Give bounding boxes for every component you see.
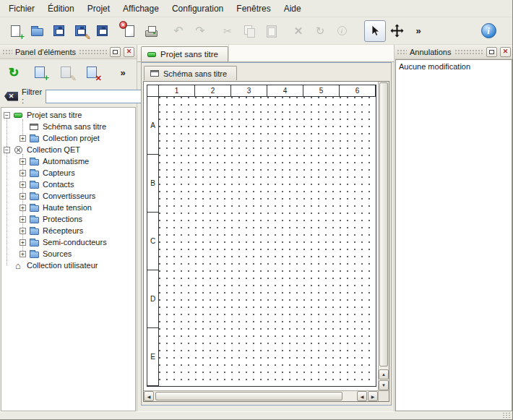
- menu-projet[interactable]: Projet: [81, 1, 116, 17]
- float-dock-button[interactable]: [110, 47, 121, 57]
- scroll-up-button[interactable]: ▲: [379, 369, 389, 380]
- collapse-icon[interactable]: −: [4, 112, 10, 119]
- undo-history-list[interactable]: Aucune modification: [395, 59, 512, 411]
- collapse-icon[interactable]: −: [4, 147, 10, 153]
- tree-item-project[interactable]: − Projet sans titre: [1, 109, 135, 121]
- schema-icon: [28, 121, 40, 132]
- scroll-left-button[interactable]: ◀: [144, 391, 154, 401]
- tree-item-collection-qet[interactable]: − Collection QET: [1, 144, 135, 155]
- tree-item-schema[interactable]: Schéma sans titre: [1, 121, 135, 132]
- close-dock-button[interactable]: ✕: [500, 47, 511, 57]
- menu-fichier[interactable]: Fichier: [2, 1, 41, 17]
- tab-projet-sans-titre[interactable]: Projet sans titre: [141, 46, 228, 61]
- tree-item-recepteurs[interactable]: + Récepteurs: [1, 225, 135, 236]
- expand-icon[interactable]: +: [20, 216, 26, 223]
- save-all-button[interactable]: [91, 20, 113, 42]
- menu-bar: Fichier Édition Projet Affichage Configu…: [0, 0, 512, 17]
- copy-button[interactable]: [238, 20, 260, 42]
- up-arrow-icon: ▲: [381, 372, 386, 377]
- home-icon: ⌂: [12, 260, 24, 270]
- redo-button[interactable]: ↷: [189, 20, 211, 42]
- expand-icon[interactable]: +: [20, 181, 26, 188]
- close-dock-button[interactable]: ✕: [124, 47, 134, 57]
- annulations-titlebar[interactable]: Annulations ✕: [395, 45, 513, 59]
- tree-item-automatisme[interactable]: + Automatisme: [1, 155, 135, 167]
- tree-item-collection-projet[interactable]: + Collection projet: [1, 132, 135, 144]
- expand-icon[interactable]: +: [20, 135, 26, 142]
- scroll-left-button-2[interactable]: ◀: [357, 391, 367, 401]
- scroll-right-button[interactable]: ▶: [368, 391, 378, 401]
- column-header: 5: [303, 85, 340, 97]
- float-dock-button[interactable]: [486, 47, 497, 57]
- menu-fenetres[interactable]: Fenêtres: [230, 1, 277, 17]
- clear-filter-button[interactable]: ✕: [4, 92, 18, 101]
- down-arrow-icon: ▼: [381, 383, 386, 387]
- tab-schema-sans-titre[interactable]: Schéma sans titre: [144, 66, 237, 80]
- pan-mode-button[interactable]: [386, 20, 408, 42]
- row-header: D: [147, 270, 159, 328]
- about-button[interactable]: i: [478, 20, 499, 42]
- tree-item-sources[interactable]: + Sources: [1, 248, 135, 260]
- save-as-button[interactable]: ✎: [69, 20, 91, 42]
- new-project-button[interactable]: +: [4, 20, 26, 42]
- reload-collections-button[interactable]: ↻: [4, 63, 23, 82]
- rotate-button[interactable]: ↻: [309, 20, 331, 42]
- tree-item-capteurs[interactable]: + Capteurs: [1, 167, 135, 179]
- save-button[interactable]: [48, 20, 69, 42]
- panel-toolbar-overflow-button[interactable]: »: [113, 63, 132, 82]
- folder-icon: [28, 168, 40, 178]
- expand-icon[interactable]: +: [20, 193, 26, 200]
- sheet-corner-cell: [147, 85, 159, 97]
- horizontal-scrollbar-thumb[interactable]: [155, 392, 342, 400]
- expand-icon[interactable]: +: [20, 170, 26, 176]
- tab-bar-empty-area: [228, 45, 394, 61]
- cut-button[interactable]: ✂: [217, 20, 238, 42]
- menu-edition[interactable]: Édition: [41, 1, 81, 17]
- delete-element-button[interactable]: ✕: [82, 63, 101, 82]
- print-button[interactable]: [140, 20, 162, 42]
- toolbar-overflow-button[interactable]: »: [408, 20, 429, 42]
- expand-icon[interactable]: +: [20, 228, 26, 234]
- undo-button[interactable]: ↶: [168, 20, 189, 42]
- column-headers: 1 2 3 4 5 6: [159, 85, 376, 97]
- tree-item-contacts[interactable]: + Contacts: [1, 179, 135, 190]
- new-element-button[interactable]: +: [30, 63, 49, 82]
- diagram-canvas[interactable]: 1 2 3 4 5 6 A B C D E: [144, 82, 378, 390]
- resize-grip[interactable]: [502, 412, 511, 419]
- menu-aide[interactable]: Aide: [277, 1, 308, 17]
- rotate-icon: ↻: [316, 25, 325, 36]
- elements-panel-titlebar[interactable]: Panel d'éléments ✕: [0, 45, 137, 59]
- edit-element-button[interactable]: ✎: [56, 63, 75, 82]
- horizontal-scrollbar[interactable]: ◀ ◀ ▶: [144, 390, 378, 401]
- tree-item-protections[interactable]: + Protections: [1, 213, 135, 225]
- open-project-button[interactable]: [26, 20, 48, 42]
- tree-item-convertisseurs[interactable]: + Convertisseurs: [1, 190, 135, 202]
- grid-dots-area[interactable]: [159, 97, 376, 386]
- expand-icon[interactable]: +: [20, 158, 26, 165]
- delete-selection-button[interactable]: ✕: [288, 20, 309, 42]
- paste-button[interactable]: [260, 20, 282, 42]
- expand-icon[interactable]: +: [20, 205, 26, 211]
- column-header: 6: [340, 85, 376, 97]
- tree-item-semi-conducteurs[interactable]: + Semi-conducteurs: [1, 236, 135, 248]
- close-file-button[interactable]: ✕: [118, 20, 140, 42]
- dock-grip: [454, 49, 484, 55]
- expand-icon[interactable]: +: [20, 239, 26, 246]
- column-header: 3: [231, 85, 267, 97]
- tree-item-collection-utilisateur[interactable]: ⌂ Collection utilisateur: [1, 260, 135, 271]
- tree-item-haute-tension[interactable]: + Haute tension: [1, 202, 135, 213]
- vertical-scrollbar-thumb[interactable]: [379, 82, 388, 367]
- undo-empty-text: Aucune modification: [399, 62, 470, 71]
- vertical-scrollbar[interactable]: ▲ ▼: [378, 82, 389, 390]
- element-info-button[interactable]: i: [331, 20, 353, 42]
- elements-panel-dock: Panel d'éléments ✕ ↻ + ✎ ✕ » ✕: [0, 45, 137, 412]
- expand-icon[interactable]: +: [20, 251, 26, 257]
- info-gray-icon: i: [337, 26, 347, 35]
- move-icon: [390, 24, 404, 38]
- diagram-sheet: 1 2 3 4 5 6 A B C D E: [147, 85, 376, 387]
- selection-mode-button[interactable]: [364, 20, 386, 42]
- scroll-down-button[interactable]: ▼: [379, 380, 389, 390]
- column-header: 4: [267, 85, 303, 97]
- menu-affichage[interactable]: Affichage: [116, 1, 165, 17]
- menu-configuration[interactable]: Configuration: [165, 1, 230, 17]
